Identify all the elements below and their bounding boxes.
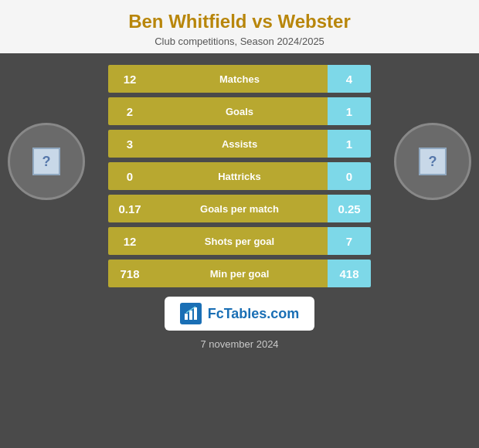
stat-left-value-2: 3 xyxy=(108,130,151,158)
stat-right-value-2: 1 xyxy=(328,130,371,158)
stat-left-value-6: 718 xyxy=(108,260,151,287)
player-left-image: ? xyxy=(32,148,60,175)
svg-rect-1 xyxy=(189,311,192,320)
stat-row-2: 3Assists1 xyxy=(108,130,371,158)
stat-row-3: 0Hattricks0 xyxy=(108,162,371,190)
stat-right-value-4: 0.25 xyxy=(328,195,371,222)
player-photo-left: ? xyxy=(8,123,85,200)
player-right-image: ? xyxy=(419,148,447,175)
stat-right-value-0: 4 xyxy=(328,65,371,93)
stat-label-5: Shots per goal xyxy=(151,227,328,255)
fctables-blue: Fc xyxy=(208,306,224,321)
fctables-black: Tables.com xyxy=(224,306,300,321)
stat-left-value-4: 0.17 xyxy=(108,195,151,222)
fctables-icon xyxy=(180,303,202,324)
svg-rect-2 xyxy=(194,307,197,320)
page-title: Ben Whitfield vs Webster xyxy=(8,11,471,32)
stat-right-value-3: 0 xyxy=(328,162,371,190)
stat-left-value-5: 12 xyxy=(108,227,151,255)
content-area: ? ? 12Matches42Goals13Assists10Hattricks… xyxy=(0,53,479,448)
stat-label-3: Hattricks xyxy=(151,162,328,190)
stat-label-2: Assists xyxy=(151,130,328,158)
date-label: 7 november 2024 xyxy=(200,338,278,350)
player-photo-right: ? xyxy=(394,123,471,200)
stat-label-0: Matches xyxy=(151,65,328,93)
stat-row-5: 12Shots per goal7 xyxy=(108,227,371,255)
stat-row-6: 718Min per goal418 xyxy=(108,260,371,287)
stat-label-6: Min per goal xyxy=(151,260,328,287)
svg-rect-0 xyxy=(185,314,188,320)
fctables-logo[interactable]: FcTables.com xyxy=(165,297,315,331)
stat-right-value-5: 7 xyxy=(328,227,371,255)
stat-label-1: Goals xyxy=(151,97,328,125)
stat-label-4: Goals per match xyxy=(151,195,328,222)
stat-row-1: 2Goals1 xyxy=(108,97,371,125)
stat-right-value-1: 1 xyxy=(328,97,371,125)
stat-left-value-3: 0 xyxy=(108,162,151,190)
subtitle: Club competitions, Season 2024/2025 xyxy=(8,36,471,47)
header: Ben Whitfield vs Webster Club competitio… xyxy=(0,0,479,53)
stat-left-value-1: 2 xyxy=(108,97,151,125)
stat-right-value-6: 418 xyxy=(328,260,371,287)
stat-left-value-0: 12 xyxy=(108,65,151,93)
stat-row-0: 12Matches4 xyxy=(108,65,371,93)
fctables-text: FcTables.com xyxy=(208,306,300,322)
stat-row-4: 0.17Goals per match0.25 xyxy=(108,195,371,222)
stats-table: 12Matches42Goals13Assists10Hattricks00.1… xyxy=(108,65,371,287)
